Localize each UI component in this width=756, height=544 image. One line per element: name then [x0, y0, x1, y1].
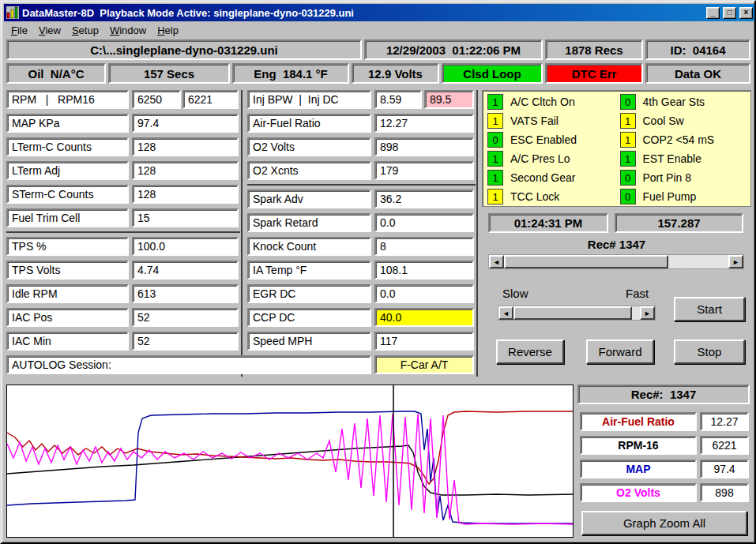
flag-fuel-pump: 0 Fuel Pump [617, 187, 750, 206]
field-label-rpm: RPM | RPM16 [6, 90, 129, 109]
flag-bit: 0 [620, 189, 636, 204]
graph-series-o2-volts [7, 414, 573, 524]
speed-scrollbar-thumb[interactable] [513, 306, 632, 320]
record-position-scrollbar[interactable]: ◄ ► [488, 254, 744, 269]
menu-file[interactable]: File [6, 23, 34, 38]
fast-label: Fast [626, 287, 649, 300]
field-value-spark-adv: 36.2 [374, 189, 474, 208]
closed-loop-status: Clsd Loop [442, 63, 543, 84]
flag-4th-gear-sts: 0 4th Gear Sts [617, 92, 750, 111]
autolog-session-input[interactable]: AUTOLOG Session: [6, 355, 371, 374]
forward-button[interactable]: Forward [586, 340, 654, 364]
field-label-fuel-trim-cell: Fuel Trim Cell [6, 208, 129, 227]
field-label-knock-count: Knock Count [247, 237, 371, 256]
field-value-sterm-counts: 128 [132, 185, 239, 204]
field-label-o2-xcnts: O2 Xcnts [247, 161, 371, 180]
stop-button[interactable]: Stop [674, 340, 745, 364]
elapsed-secs-display: 157 Secs [108, 63, 230, 84]
flag-label: EST Enable [643, 152, 701, 165]
flag-ac-cltch-on: 1 A/C Cltch On [484, 92, 617, 111]
field-value-idle-rpm: 613 [132, 284, 239, 303]
graph-area[interactable] [6, 385, 574, 538]
menu-view[interactable]: View [34, 23, 67, 38]
file-path-display: C:\...singleplane-dyno-031229.uni [6, 39, 362, 60]
field-value-tps-pct: 100.0 [132, 237, 239, 256]
menu-help[interactable]: Help [152, 23, 185, 38]
id-display: ID: 04164 [645, 39, 750, 60]
close-icon[interactable]: × [739, 7, 753, 19]
flag-bit: 1 [620, 151, 636, 167]
data-ok-status: Data OK [645, 63, 750, 84]
flag-label: Port Pin 8 [643, 171, 691, 184]
field-label-iac-pos: IAC Pos [6, 308, 129, 327]
status-flags-panel: 1 A/C Cltch On 0 4th Gear Sts 1 VATS Fai… [482, 90, 751, 207]
dtc-error-status: DTC Err [545, 63, 643, 84]
graph-record-number-display: Rec#: 1347 [577, 385, 750, 404]
flag-bit: 1 [487, 151, 503, 167]
flag-tcc-lock: 1 TCC Lock [484, 187, 617, 206]
record-scrollbar-thumb[interactable] [504, 255, 668, 268]
graph-canvas[interactable] [7, 385, 573, 537]
field-label-lterm-counts: LTerm-C Counts [6, 137, 129, 156]
field-label-speed-mph: Speed MPH [247, 332, 371, 351]
flag-label: ESC Enabled [510, 133, 577, 146]
scroll-left-icon[interactable]: ◄ [498, 306, 513, 320]
flag-bit: 1 [487, 113, 503, 129]
field-value-air-fuel-ratio: 12.27 [374, 114, 474, 133]
flag-bit: 1 [620, 113, 636, 129]
flag-bit: 0 [620, 94, 636, 110]
flag-cool-sw: 1 Cool Sw [617, 111, 750, 130]
menu-window[interactable]: Window [105, 23, 152, 38]
flag-label: COP2 <54 mS [643, 133, 715, 146]
flag-label: TCC Lock [510, 190, 559, 203]
scroll-left-icon[interactable]: ◄ [489, 255, 504, 268]
flag-label: Cool Sw [643, 114, 684, 127]
scroll-right-icon[interactable]: ► [640, 306, 655, 320]
flag-second-gear: 1 Second Gear [484, 168, 617, 187]
field-value-o2-volts: 898 [374, 137, 474, 156]
field-value-iac-pos: 52 [132, 308, 239, 327]
flag-vats-fail: 1 VATS Fail [484, 111, 617, 130]
flag-bit: 1 [620, 132, 636, 148]
flag-est-enable: 1 EST Enable [617, 149, 750, 168]
field-label-spark-retard: Spark Retard [247, 213, 371, 232]
menu-setup[interactable]: Setup [67, 23, 105, 38]
flag-label: A/C Cltch On [510, 96, 575, 108]
field-label-tps-pct: TPS % [6, 237, 129, 256]
field-label-tps-volts: TPS Volts [6, 261, 129, 280]
flag-label: 4th Gear Sts [643, 96, 705, 108]
graph-series-rpm-16 [7, 445, 573, 495]
playback-position-display: 157.287 [615, 213, 743, 233]
graph-value-o2-volts: 898 [700, 483, 749, 502]
datetime-display: 12/29/2003 01:22:06 PM [364, 39, 543, 60]
graph-legend-map: MAP [580, 460, 697, 478]
minimize-icon[interactable]: _ [706, 7, 720, 19]
field-value-ia-temp: 108.1 [374, 261, 474, 280]
flag-esc-enabled: 0 ESC Enabled [484, 130, 617, 149]
field-value-lterm-adj: 128 [132, 161, 239, 180]
slow-label: Slow [502, 287, 528, 300]
graph-value-air-fuel-ratio: 12.27 [700, 412, 749, 431]
field-value-rpm: 6250 [132, 90, 181, 109]
playback-time-display: 01:24:31 PM [488, 213, 608, 233]
flag-label: VATS Fail [510, 114, 559, 127]
record-count-display: 1878 Recs [545, 39, 643, 60]
graph-legend-air-fuel-ratio: Air-Fuel Ratio [580, 412, 697, 431]
maximize-icon[interactable]: □ [723, 7, 736, 19]
scroll-right-icon[interactable]: ► [728, 255, 743, 268]
field-label-ccp-dc: CCP DC [247, 308, 371, 327]
graph-legend-rpm-16: RPM-16 [580, 436, 697, 455]
start-button[interactable]: Start [674, 297, 745, 321]
reverse-button[interactable]: Reverse [496, 340, 564, 364]
graph-zoom-all-button[interactable]: Graph Zoom All [581, 511, 747, 535]
graph-series-air-fuel-ratio [7, 411, 573, 484]
field-value-knock-count: 8 [374, 237, 474, 256]
playback-speed-scrollbar[interactable]: ◄ ► [498, 306, 656, 321]
field-label-egr-dc: EGR DC [247, 284, 371, 303]
window-title: DataMaster-8D Playback Mode Active: sing… [22, 7, 703, 19]
titlebar[interactable]: DataMaster-8D Playback Mode Active: sing… [4, 4, 755, 21]
divider [6, 231, 240, 233]
flag-bit: 1 [487, 94, 503, 110]
field-label-ia-temp: IA Temp °F [247, 261, 371, 280]
field-label-air-fuel-ratio: Air-Fuel Ratio [247, 114, 371, 133]
